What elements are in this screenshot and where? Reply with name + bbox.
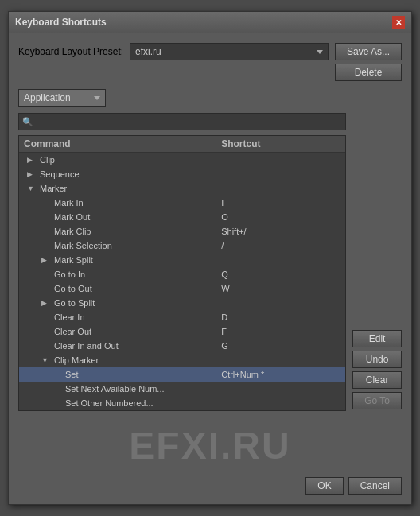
table-row[interactable]: Mark InI: [19, 196, 345, 210]
preset-row: Keyboard Layout Preset: efxi.ru Save As.…: [18, 43, 402, 81]
app-dropdown-row: Application: [18, 89, 402, 107]
close-button[interactable]: ✕: [392, 16, 405, 29]
go-to-button[interactable]: Go To: [352, 392, 402, 409]
expand-icon[interactable]: ▶: [41, 299, 49, 307]
ok-cancel-row: OK Cancel: [18, 477, 402, 495]
search-box: 🔍: [18, 113, 346, 130]
shortcut-label: /: [221, 241, 340, 250]
command-label: Mark In: [54, 198, 84, 208]
dialog-title: Keyboard Shortcuts: [15, 17, 107, 28]
command-label: Clip Marker: [54, 355, 99, 365]
expand-icon[interactable]: ▶: [27, 156, 35, 164]
preset-label: Keyboard Layout Preset:: [18, 46, 123, 57]
edit-button[interactable]: Edit: [352, 330, 402, 347]
shortcut-label: O: [221, 212, 340, 222]
search-input[interactable]: [18, 113, 346, 130]
command-label: Go to In: [54, 270, 85, 279]
app-dropdown[interactable]: Application: [18, 89, 106, 107]
command-label: Set Next Available Num...: [65, 384, 165, 394]
table-header: Command Shortcut: [19, 136, 345, 153]
delete-button[interactable]: Delete: [335, 64, 402, 81]
keyboard-shortcuts-dialog: Keyboard Shortcuts ✕ Keyboard Layout Pre…: [8, 11, 412, 505]
watermark: EFXI.RU: [18, 417, 402, 471]
table-row[interactable]: Clear OutF: [19, 324, 345, 339]
command-label: Mark Split: [54, 255, 93, 265]
shortcut-label: D: [221, 312, 340, 322]
table-row[interactable]: Go to InQ: [19, 267, 345, 281]
cancel-button[interactable]: Cancel: [348, 477, 402, 495]
table-row[interactable]: Clear In and OutG: [19, 339, 345, 353]
shortcuts-table: Command Shortcut ▶Clip▶Sequence▼MarkerMa…: [18, 135, 346, 411]
table-row[interactable]: ▼Marker: [19, 181, 345, 196]
command-label: Sequence: [40, 169, 80, 179]
shortcut-label: Ctrl+Num *: [221, 370, 340, 379]
right-panel: Edit Undo Clear Go To: [352, 113, 402, 411]
main-content-area: 🔍 Command Shortcut ▶Clip▶Sequence▼Marker…: [18, 113, 402, 411]
table-scroll-area[interactable]: ▶Clip▶Sequence▼MarkerMark InIMark OutOMa…: [19, 153, 345, 410]
command-label: Clip: [40, 155, 55, 165]
shortcut-label: W: [221, 284, 340, 293]
table-row[interactable]: Set Other Numbered...: [19, 396, 345, 410]
command-label: Clear Out: [54, 327, 91, 336]
expand-icon[interactable]: ▼: [41, 356, 49, 364]
expand-icon[interactable]: ▶: [27, 170, 35, 178]
title-bar: Keyboard Shortcuts ✕: [9, 12, 411, 33]
dialog-body: Keyboard Layout Preset: efxi.ru Save As.…: [9, 33, 411, 504]
command-label: Mark Clip: [54, 227, 91, 236]
command-label: Go to Split: [54, 298, 95, 308]
header-shortcut: Shortcut: [221, 138, 340, 149]
command-label: Clear In: [54, 312, 85, 322]
table-row[interactable]: Set Next Available Num...: [19, 382, 345, 396]
table-row[interactable]: SetCtrl+Num *: [19, 367, 345, 382]
command-label: Set: [65, 370, 79, 379]
command-label: Marker: [40, 184, 67, 193]
table-row[interactable]: ▶Mark Split: [19, 253, 345, 267]
table-row[interactable]: Mark Selection/: [19, 239, 345, 253]
table-row[interactable]: Clear InD: [19, 310, 345, 324]
command-label: Set Other Numbered...: [65, 398, 154, 408]
command-label: Mark Out: [54, 212, 90, 222]
table-row[interactable]: ▶Go to Split: [19, 296, 345, 310]
expand-icon[interactable]: ▼: [27, 184, 35, 192]
shortcut-label: F: [221, 327, 340, 336]
shortcut-label: Q: [221, 270, 340, 279]
save-as-button[interactable]: Save As...: [335, 43, 402, 60]
shortcut-label: I: [221, 198, 340, 208]
undo-button[interactable]: Undo: [352, 351, 402, 368]
command-label: Clear In and Out: [54, 341, 119, 351]
preset-dropdown[interactable]: efxi.ru: [130, 43, 329, 60]
search-icon: 🔍: [22, 117, 33, 127]
shortcut-label: G: [221, 341, 340, 351]
table-row[interactable]: Mark OutO: [19, 210, 345, 224]
ok-button[interactable]: OK: [305, 477, 343, 495]
shortcut-label: Shift+/: [221, 227, 340, 236]
table-row[interactable]: Go to OutW: [19, 281, 345, 296]
left-panel: 🔍 Command Shortcut ▶Clip▶Sequence▼Marker…: [18, 113, 346, 411]
clear-button[interactable]: Clear: [352, 371, 402, 389]
table-row[interactable]: ▶Clip: [19, 153, 345, 167]
expand-icon[interactable]: ▶: [41, 256, 49, 264]
table-row[interactable]: ▶Sequence: [19, 167, 345, 181]
command-label: Go to Out: [54, 284, 92, 293]
header-command: Command: [24, 138, 221, 149]
table-row[interactable]: Mark ClipShift+/: [19, 224, 345, 239]
command-label: Mark Selection: [54, 241, 112, 250]
table-row[interactable]: ▼Clip Marker: [19, 353, 345, 367]
